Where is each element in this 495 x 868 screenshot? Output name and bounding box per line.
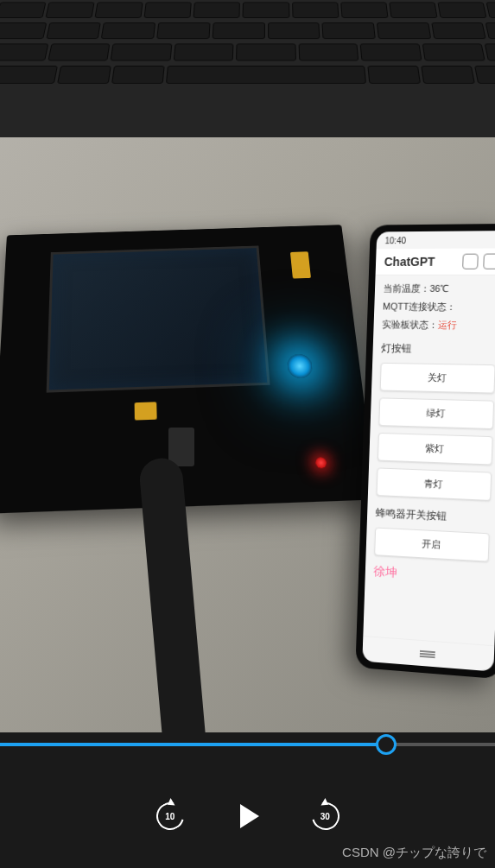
board-status: 实验板状态：运行 xyxy=(382,318,495,332)
screenshot-icon[interactable] xyxy=(462,254,479,269)
development-board xyxy=(0,225,377,513)
forward-seconds: 30 xyxy=(320,812,330,821)
phone-status-bar: 10:40 xyxy=(377,231,495,249)
app-header: ChatGPT xyxy=(376,248,495,275)
smartphone: 10:40 ChatGPT 当前温度：36℃ MQTT连接状态： 实验板状态：运… xyxy=(355,224,495,679)
capacitor-button xyxy=(290,251,311,278)
lcd-display xyxy=(47,245,270,392)
light-off-button[interactable]: 关灯 xyxy=(380,363,495,394)
purple-light-button[interactable]: 紫灯 xyxy=(378,433,493,466)
red-led-indicator xyxy=(315,457,327,468)
buzzer-section-label: 蜂鸣器开关按钮 xyxy=(376,506,491,526)
green-light-button[interactable]: 绿灯 xyxy=(378,397,494,429)
author-signature: 徐坤 xyxy=(373,564,488,586)
laptop-keyboard xyxy=(0,0,495,137)
buzzer-on-button[interactable]: 开启 xyxy=(374,527,490,561)
light-section-label: 灯按钮 xyxy=(381,341,495,358)
app-content: 当前温度：36℃ MQTT连接状态： 实验板状态：运行 灯按钮 关灯 绿灯 紫灯… xyxy=(363,276,495,645)
video-progress-bar[interactable] xyxy=(0,732,495,758)
refresh-icon[interactable] xyxy=(483,254,495,269)
app-title: ChatGPT xyxy=(384,255,435,269)
mqtt-status: MQTT连接状态： xyxy=(383,301,495,314)
blue-led-indicator xyxy=(287,354,314,378)
play-button[interactable] xyxy=(231,799,265,833)
csdn-watermark: CSDN @チップな誇りで xyxy=(342,845,486,861)
progress-handle[interactable] xyxy=(376,734,397,755)
video-controls: 10 30 xyxy=(0,799,495,833)
forward-button[interactable]: 30 xyxy=(308,799,343,833)
phone-screen: 10:40 ChatGPT 当前温度：36℃ MQTT连接状态： 实验板状态：运… xyxy=(362,231,495,672)
jumper-connector xyxy=(135,402,157,420)
video-frame: 10:40 ChatGPT 当前温度：36℃ MQTT连接状态： 实验板状态：运… xyxy=(0,0,495,732)
temperature-status: 当前温度：36℃ xyxy=(383,282,495,295)
rewind-button[interactable]: 10 xyxy=(153,799,187,833)
phone-time: 10:40 xyxy=(384,236,406,245)
play-icon xyxy=(240,804,259,828)
rewind-seconds: 10 xyxy=(165,812,175,821)
progress-fill xyxy=(0,743,386,746)
cyan-light-button[interactable]: 青灯 xyxy=(377,467,492,501)
